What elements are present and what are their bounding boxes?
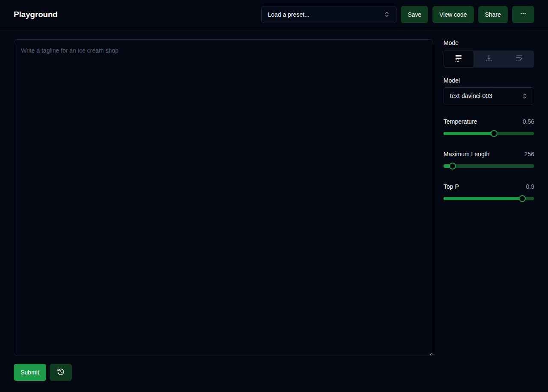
prompt-actions: Submit: [14, 364, 433, 381]
chevrons-up-down-icon: [384, 11, 390, 18]
complete-mode-icon: [454, 54, 463, 64]
ellipsis-icon: [520, 10, 527, 18]
save-button[interactable]: Save: [401, 6, 428, 23]
slider-fill: [444, 132, 494, 135]
top-p-slider-section: Top P 0.9: [444, 183, 534, 200]
share-button[interactable]: Share: [478, 6, 508, 23]
model-select[interactable]: text-davinci-003: [444, 87, 534, 104]
content-area: Submit Mode: [0, 29, 548, 392]
edit-mode-icon: [515, 54, 524, 64]
mode-label: Mode: [444, 39, 534, 46]
top-p-value: 0.9: [526, 183, 534, 190]
chevrons-up-down-icon: [521, 93, 528, 99]
mode-tab-edit[interactable]: [504, 50, 534, 68]
model-section: Model text-davinci-003: [444, 77, 534, 104]
prompt-panel: Submit: [14, 39, 433, 381]
mode-tab-insert[interactable]: [474, 50, 504, 68]
history-button[interactable]: [50, 364, 72, 381]
more-options-button[interactable]: [512, 6, 534, 23]
preset-select[interactable]: Load a preset...: [261, 6, 396, 23]
header-actions: Load a preset... Save View code Share: [261, 6, 534, 23]
top-p-label: Top P: [444, 183, 459, 190]
settings-sidebar: Mode: [444, 39, 534, 381]
mode-toggle-group: [444, 50, 534, 68]
submit-button[interactable]: Submit: [14, 364, 46, 381]
maximum-length-label: Maximum Length: [444, 151, 489, 157]
maximum-length-slider-section: Maximum Length 256: [444, 151, 534, 168]
header: Playground Load a preset... Save View co…: [0, 0, 548, 29]
view-code-button[interactable]: View code: [432, 6, 474, 23]
temperature-slider[interactable]: [444, 132, 534, 135]
insert-mode-icon: [485, 54, 493, 64]
preset-select-value: Load a preset...: [268, 11, 309, 18]
temperature-slider-section: Temperature 0.56: [444, 118, 534, 135]
sliders-section: Temperature 0.56 Maximum Length 256: [444, 118, 534, 216]
temperature-slider-thumb[interactable]: [491, 130, 497, 137]
mode-tab-complete[interactable]: [444, 50, 474, 68]
maximum-length-slider[interactable]: [444, 164, 534, 168]
prompt-textarea[interactable]: [14, 39, 433, 356]
slider-fill: [444, 197, 522, 200]
model-select-value: text-davinci-003: [450, 92, 492, 99]
maximum-length-slider-thumb[interactable]: [449, 163, 456, 169]
history-icon: [57, 368, 65, 377]
page-title: Playground: [14, 10, 58, 19]
temperature-value: 0.56: [523, 118, 534, 125]
model-label: Model: [444, 77, 534, 84]
playground-app: Playground Load a preset... Save View co…: [0, 0, 548, 392]
temperature-label: Temperature: [444, 118, 477, 125]
top-p-slider[interactable]: [444, 197, 534, 200]
top-p-slider-thumb[interactable]: [519, 195, 526, 202]
maximum-length-value: 256: [524, 151, 534, 157]
